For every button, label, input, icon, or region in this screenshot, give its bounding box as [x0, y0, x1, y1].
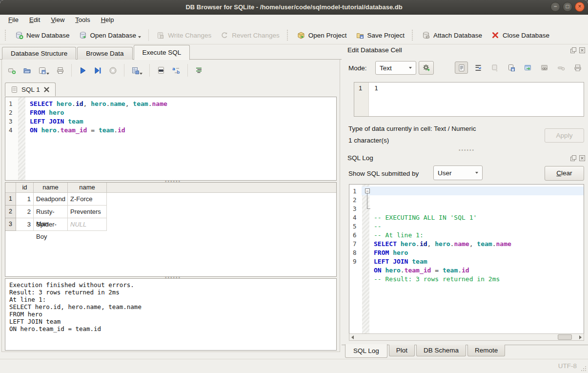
execute-line-icon[interactable] — [94, 66, 102, 75]
tab-remote[interactable]: Remote — [467, 345, 505, 356]
sql-editor[interactable]: 1234 SELECT hero.id, hero.name, team.nam… — [5, 97, 337, 181]
export-data-icon[interactable] — [505, 62, 518, 74]
import-data-icon[interactable] — [488, 62, 501, 74]
menu-help[interactable]: Help — [96, 15, 120, 26]
close-database-button[interactable]: Close Database — [487, 28, 554, 42]
row-header[interactable]: 1 — [5, 193, 16, 206]
minimize-button[interactable]: − — [550, 2, 560, 12]
link-data-icon[interactable] — [538, 62, 551, 74]
cell[interactable]: 3 — [16, 218, 34, 231]
splitter-handle[interactable]: •••••• — [165, 180, 181, 183]
find-icon[interactable] — [157, 66, 165, 75]
cell[interactable]: Spider-Boy — [34, 218, 68, 231]
clear-log-button[interactable]: Clear — [545, 166, 584, 181]
tab-browse-data[interactable]: Browse Data — [77, 47, 132, 60]
open-sql-file-icon[interactable] — [23, 66, 31, 75]
mode-select[interactable]: Text — [375, 61, 416, 75]
cell[interactable]: 2 — [16, 206, 34, 218]
open-database-menu-caret[interactable] — [138, 36, 141, 38]
float-dock-icon[interactable] — [570, 47, 577, 54]
menu-edit[interactable]: Edit — [24, 15, 45, 26]
open-external-icon[interactable] — [521, 62, 534, 74]
menu-view[interactable]: View — [45, 15, 70, 26]
sql-1-tab[interactable]: SQL 1 — [5, 83, 56, 96]
log-horizontal-scrollbar[interactable] — [349, 333, 584, 341]
stop-icon[interactable] — [109, 66, 117, 75]
scrollbar-thumb[interactable] — [558, 334, 572, 340]
log-code[interactable]: -- EXECUTING ALL IN 'SQL 1'---- At line … — [369, 185, 584, 333]
row-header[interactable]: 3 — [5, 218, 16, 231]
attach-database-button[interactable]: Attach Database — [417, 28, 487, 42]
save-menu-caret[interactable] — [46, 73, 49, 75]
cell[interactable]: Preventers — [68, 206, 107, 218]
new-tab-icon[interactable] — [8, 66, 16, 75]
tab-sql-log[interactable]: SQL Log — [345, 344, 387, 358]
open-database-button[interactable]: Open Database — [74, 28, 146, 42]
maximize-button[interactable]: □ — [563, 2, 572, 12]
tab-db-schema[interactable]: DB Schema — [416, 345, 466, 356]
header-corner[interactable] — [5, 183, 16, 192]
cell-content[interactable]: 1 — [369, 83, 378, 116]
menu-file[interactable]: File — [3, 15, 24, 26]
write-changes-icon — [156, 31, 165, 40]
execution-message[interactable]: Execution finished without errors.Result… — [5, 278, 337, 351]
revert-changes-button[interactable]: Revert Changes — [216, 28, 284, 42]
format-sql-icon[interactable] — [195, 66, 203, 75]
splitter-handle[interactable]: •••••• — [459, 149, 475, 152]
column-header-name2[interactable]: name — [68, 183, 107, 192]
close-dock-icon[interactable] — [579, 155, 586, 162]
scroll-left-icon[interactable] — [350, 335, 355, 340]
toolbar-handle[interactable] — [287, 30, 289, 41]
cell-null[interactable]: NULL — [68, 218, 107, 231]
print-cell-icon[interactable] — [571, 62, 584, 74]
scroll-right-icon[interactable] — [578, 335, 583, 340]
save-sql-file-button[interactable] — [38, 66, 49, 75]
splitter-handle[interactable]: •••••• — [165, 276, 181, 279]
open-project-button[interactable]: Open Project — [292, 28, 351, 42]
titlebar[interactable]: DB Browser for SQLite - /home/user/code/… — [0, 0, 588, 15]
tab-database-structure[interactable]: Database Structure — [2, 47, 76, 60]
editor-code[interactable]: SELECT hero.id, hero.name, team.nameFROM… — [25, 97, 336, 180]
toolbar-handle[interactable] — [412, 30, 414, 41]
fold-marker[interactable]: − — [365, 188, 370, 193]
close-button[interactable]: × — [575, 2, 585, 12]
column-header-id[interactable]: id — [16, 183, 34, 192]
save-project-button[interactable]: Save Project — [351, 28, 409, 42]
close-dock-icon[interactable] — [579, 47, 586, 54]
log-line-numbers: 123456789 — [349, 185, 362, 333]
replace-icon[interactable]: ab — [172, 66, 181, 75]
set-null-icon[interactable] — [554, 62, 568, 74]
tab-plot[interactable]: Plot — [389, 345, 415, 356]
mode-apply-button[interactable] — [419, 61, 434, 75]
fold-line — [367, 193, 367, 208]
current-line-highlight — [362, 186, 584, 195]
revert-changes-icon — [220, 31, 229, 40]
row-header[interactable]: 2 — [5, 206, 16, 218]
text-mode-icon[interactable] — [455, 62, 468, 74]
sql-log-view[interactable]: 123456789 -- EXECUTING ALL IN 'SQL 1'---… — [349, 184, 584, 333]
print-icon[interactable] — [56, 66, 64, 75]
cell[interactable]: Rusty-Man — [34, 206, 68, 218]
float-dock-icon[interactable] — [570, 155, 577, 162]
log-filter-select[interactable]: User — [433, 166, 483, 180]
execute-all-icon[interactable] — [79, 66, 87, 75]
new-database-button[interactable]: New Database — [10, 28, 74, 42]
menu-tools[interactable]: Tools — [70, 15, 95, 26]
word-wrap-icon[interactable] — [471, 62, 485, 74]
close-tab-icon[interactable] — [43, 86, 50, 93]
apply-button[interactable]: Apply — [545, 128, 584, 143]
cell[interactable]: Deadpond — [34, 193, 68, 206]
toolbar-handle[interactable] — [5, 30, 7, 41]
column-header-name1[interactable]: name — [34, 183, 68, 192]
cell[interactable]: 1 — [16, 193, 34, 206]
open-database-icon — [79, 31, 87, 40]
cell[interactable]: Z-Force — [68, 193, 107, 206]
save-results-button[interactable] — [131, 66, 142, 75]
write-changes-button[interactable]: Write Changes — [152, 28, 216, 42]
message-line: Execution finished without errors. — [9, 281, 332, 289]
tab-execute-sql[interactable]: Execute SQL — [134, 45, 190, 60]
cell-editor[interactable]: 1 1 — [354, 82, 584, 117]
save-results-caret[interactable] — [140, 73, 142, 75]
window-controls: − □ × — [550, 2, 585, 12]
cell-type-info: Type of data currently in cell: Text / N… — [348, 125, 476, 132]
